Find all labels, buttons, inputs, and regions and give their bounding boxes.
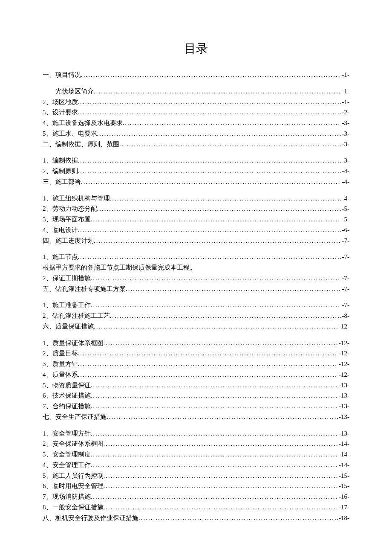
toc-leader <box>91 401 338 412</box>
toc-leader <box>78 252 341 262</box>
toc-leader <box>138 513 338 523</box>
toc-leader <box>78 166 341 177</box>
toc-leader <box>91 390 338 401</box>
toc-entry-page: -12- <box>338 321 349 332</box>
toc-entry-label: 八、桩机安全行驶及作业保证措施 <box>43 513 138 523</box>
toc-entry-page: -4- <box>341 166 350 177</box>
toc-leader <box>91 428 338 439</box>
toc-entry: 五、钻孔灌注桩专项施工方案-7- <box>43 284 349 294</box>
toc-entry-label: 3、设计要求 <box>43 107 78 118</box>
toc-entry-label: 一、项目情况 <box>43 70 81 80</box>
toc-entry-label: 3、现场平面布置 <box>43 214 91 225</box>
toc-entry: 1、施工节点-7- <box>43 252 349 262</box>
toc-entry-label: 六、质量保证措施 <box>43 321 94 332</box>
toc-leader <box>91 491 338 502</box>
toc-entry-page: -4- <box>341 193 350 204</box>
toc-entry-label: 2、劳动力动态分配 <box>43 203 97 214</box>
toc-entry-page: -6- <box>341 225 350 235</box>
toc-entry: 2、质量目标-12- <box>43 348 349 359</box>
toc-entry-page: -2- <box>341 107 350 118</box>
document-title: 目录 <box>43 41 349 57</box>
toc-leader <box>110 311 341 321</box>
toc-entry: 3、安全管理制度-14- <box>43 449 349 460</box>
toc-entry: 8、一般安全保证措施-17- <box>43 502 349 513</box>
toc-leader <box>104 481 338 491</box>
toc-entry-label: 2、质量目标 <box>43 348 78 359</box>
toc-entry-page: -13- <box>338 390 349 401</box>
toc-entry: 1、安全管理方针-13- <box>43 428 349 439</box>
toc-entry-page: -14- <box>338 439 349 449</box>
toc-entry-label: 2、场区地质 <box>43 97 78 108</box>
toc-entry-page: -18- <box>338 513 349 523</box>
toc-entry: 八、桩机安全行驶及作业保证措施-18- <box>43 513 349 523</box>
toc-entry-page: -3- <box>341 155 350 166</box>
toc-entry-label: 5、物资质量保证 <box>43 380 91 391</box>
toc-entry-page: -1- <box>341 86 350 97</box>
toc-entry-label: 1、安全管理方针 <box>43 428 91 439</box>
toc-leader <box>91 380 338 391</box>
toc-entry-label: 1、施工节点 <box>43 252 78 262</box>
toc-entry: 3、现场平面布置-5- <box>43 214 349 225</box>
toc-entry: 4、质量体系-12- <box>43 369 349 380</box>
toc-entry: 二、编制依据、原则、范围-3- <box>43 139 349 150</box>
toc-leader <box>104 471 338 481</box>
toc-entry-page: -12- <box>338 359 349 369</box>
toc-leader <box>126 284 341 294</box>
toc-leader <box>78 107 341 118</box>
toc-leader <box>196 262 349 273</box>
toc-entry-label: 四、施工进度计划 <box>43 235 94 246</box>
toc-entry: 六、质量保证措施-12- <box>43 321 349 332</box>
toc-entry: 2、劳动力动态分配-5- <box>43 203 349 214</box>
toc-entry: 5、施工水、电要求-3- <box>43 128 349 139</box>
toc-entry-page: -7- <box>341 235 350 246</box>
toc-leader <box>107 412 338 422</box>
toc-entry: 三、施工部署-4- <box>43 177 349 187</box>
toc-entry: 七、安全生产保证措施-13- <box>43 412 349 422</box>
toc-entry-label: 五、钻孔灌注桩专项施工方案 <box>43 284 126 294</box>
toc-leader <box>91 300 341 311</box>
toc-entry: 3、质量方针-12- <box>43 359 349 369</box>
toc-entry: 3、设计要求-2- <box>43 107 349 118</box>
toc-entry-label: 6、技术保证措施 <box>43 390 91 401</box>
toc-entry: 1、施工组织机构与管理-4- <box>43 193 349 204</box>
toc-entry-label: 2、编制原则 <box>43 166 78 177</box>
toc-entry: 2、保证工期措施-7- <box>43 273 349 284</box>
toc-entry-page: -15- <box>338 471 349 481</box>
toc-entry-page: -13- <box>338 412 349 422</box>
toc-entry: 根据甲方要求的各施工节点工期保质保量完成本工程。 <box>43 262 349 273</box>
toc-entry-label: 3、安全管理制度 <box>43 449 91 460</box>
toc-entry-page: -3- <box>341 118 350 128</box>
toc-entry-page: -16- <box>338 491 349 502</box>
toc-entry-label: 4、临电设计 <box>43 225 78 235</box>
toc-entry: 1、质量保证体系框图-12- <box>43 338 349 349</box>
toc-entry-label: 4、施工设备选择及水电要求 <box>43 118 123 128</box>
toc-entry: 6、临时用电安全管理-15- <box>43 481 349 491</box>
toc-entry-label: 8、一般安全保证措施 <box>43 502 104 513</box>
toc-entry: 7、现场消防措施-16- <box>43 491 349 502</box>
toc-leader <box>81 177 341 187</box>
toc-entry: 一、项目情况-1- <box>43 70 349 80</box>
toc-entry-label: 4、安全管理工作 <box>43 460 91 471</box>
toc-entry: 5、物资质量保证-13- <box>43 380 349 391</box>
toc-leader <box>91 273 341 284</box>
toc-entry: 7、合约保证措施-13- <box>43 401 349 412</box>
toc-entry: 1、施工准备工作-7- <box>43 300 349 311</box>
toc-entry-page: -12- <box>338 369 349 380</box>
toc-entry: 6、技术保证措施-13- <box>43 390 349 401</box>
toc-entry-page: -7- <box>341 273 350 284</box>
toc-entry-label: 5、施工人员行为控制 <box>43 471 104 481</box>
toc-entry-label: 2、钻孔灌注桩施工工艺 <box>43 311 110 321</box>
toc-entry-page: -13- <box>338 428 349 439</box>
toc-entry-page: -8- <box>341 311 350 321</box>
toc-leader <box>78 155 341 166</box>
toc-entry: 4、施工设备选择及水电要求-3- <box>43 118 349 128</box>
toc-entry-page: -17- <box>338 502 349 513</box>
toc-entry-page: -14- <box>338 449 349 460</box>
toc-entry-page: -12- <box>338 338 349 349</box>
toc-entry-label: 4、质量体系 <box>43 369 78 380</box>
toc-entry-label: 1、编制依据 <box>43 155 78 166</box>
toc-entry-page: -7- <box>341 284 350 294</box>
toc-leader <box>119 139 341 150</box>
toc-entry-page: -1- <box>341 70 350 80</box>
toc-entry-label: 3、质量方针 <box>43 359 78 369</box>
